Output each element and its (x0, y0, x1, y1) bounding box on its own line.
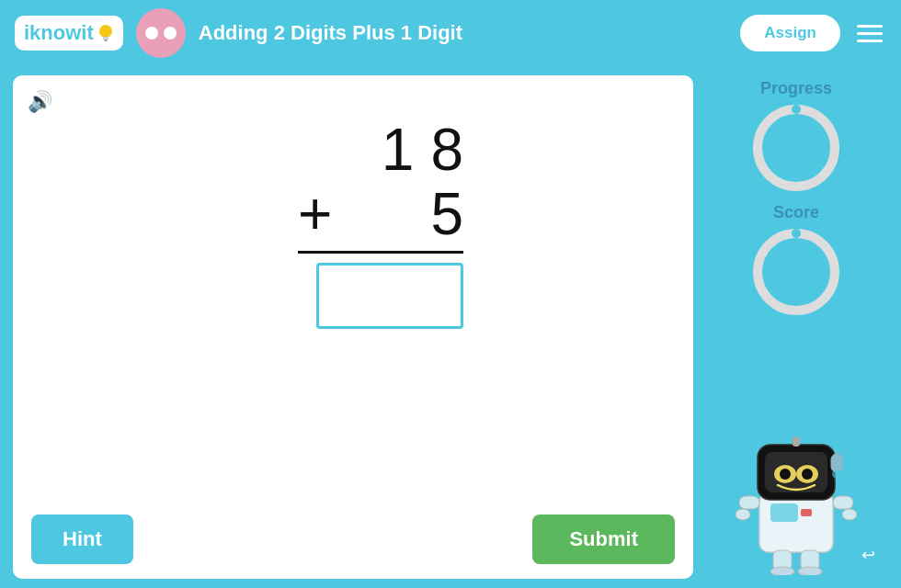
svg-point-12 (736, 509, 750, 520)
math-area: 1 8 + 5 (28, 90, 679, 514)
app-header: iknowit Adding 2 Digits Plus 1 Digit Ass… (0, 0, 901, 66)
robot-area (732, 327, 861, 579)
svg-rect-19 (765, 452, 827, 492)
hint-button[interactable]: Hint (31, 514, 133, 564)
main-content: 🔊 1 8 + 5 Hint Submit (0, 66, 901, 588)
sound-button[interactable]: 🔊 (28, 90, 52, 114)
svg-point-0 (99, 25, 112, 38)
menu-icon (857, 32, 883, 35)
back-icon: ↩ (861, 545, 875, 565)
header-dots (145, 27, 177, 40)
operator: + (298, 182, 332, 246)
progress-section: Progress 0/15 (750, 79, 842, 194)
stats-panel: Progress 0/15 Score 0 (704, 75, 888, 579)
top-number-row: 1 8 (382, 118, 463, 182)
sound-icon: 🔊 (28, 90, 52, 113)
logo: iknowit (15, 16, 123, 51)
num1-tens: 1 (382, 118, 415, 182)
svg-point-23 (802, 469, 813, 480)
progress-circle: 0/15 (750, 102, 842, 194)
svg-rect-7 (759, 492, 833, 552)
svg-rect-1 (103, 37, 108, 40)
score-label: Score (750, 203, 842, 222)
svg-point-13 (842, 509, 857, 520)
svg-rect-11 (833, 496, 853, 509)
num1-ones: 8 (430, 118, 463, 182)
submit-button[interactable]: Submit (532, 514, 675, 564)
logo-bulb-icon (97, 23, 114, 43)
dot-1 (145, 27, 158, 40)
logo-text: iknowit (24, 21, 94, 45)
progress-value: 0/15 (781, 140, 810, 156)
score-circle: 0 (750, 226, 842, 318)
robot-icon (732, 428, 861, 575)
svg-rect-2 (104, 40, 108, 41)
svg-point-27 (832, 469, 841, 479)
problem-panel: 🔊 1 8 + 5 Hint Submit (13, 75, 693, 579)
svg-point-17 (798, 567, 822, 575)
math-problem-display: 1 8 + 5 (298, 118, 463, 329)
menu-icon (857, 40, 883, 42)
progress-label: Progress (750, 79, 842, 98)
score-section: Score 0 (750, 203, 842, 318)
assign-button[interactable]: Assign (740, 15, 840, 51)
score-value: 0 (793, 264, 801, 280)
svg-point-16 (770, 567, 794, 575)
lesson-title: Adding 2 Digits Plus 1 Digit (199, 21, 728, 45)
header-icon-circle (136, 8, 186, 58)
menu-icon (857, 25, 883, 28)
operator-number-row: + 5 (298, 182, 463, 246)
svg-rect-10 (739, 496, 759, 509)
svg-rect-8 (770, 503, 798, 522)
menu-button[interactable] (853, 21, 886, 46)
back-button[interactable]: ↩ (851, 538, 884, 571)
dot-2 (164, 27, 177, 40)
bottom-buttons: Hint Submit (28, 514, 679, 564)
svg-point-25 (791, 428, 802, 437)
svg-rect-9 (801, 509, 812, 516)
num2: 5 (430, 182, 463, 246)
answer-input-box[interactable] (316, 263, 463, 329)
svg-point-22 (780, 469, 791, 480)
problem-divider (298, 251, 463, 254)
